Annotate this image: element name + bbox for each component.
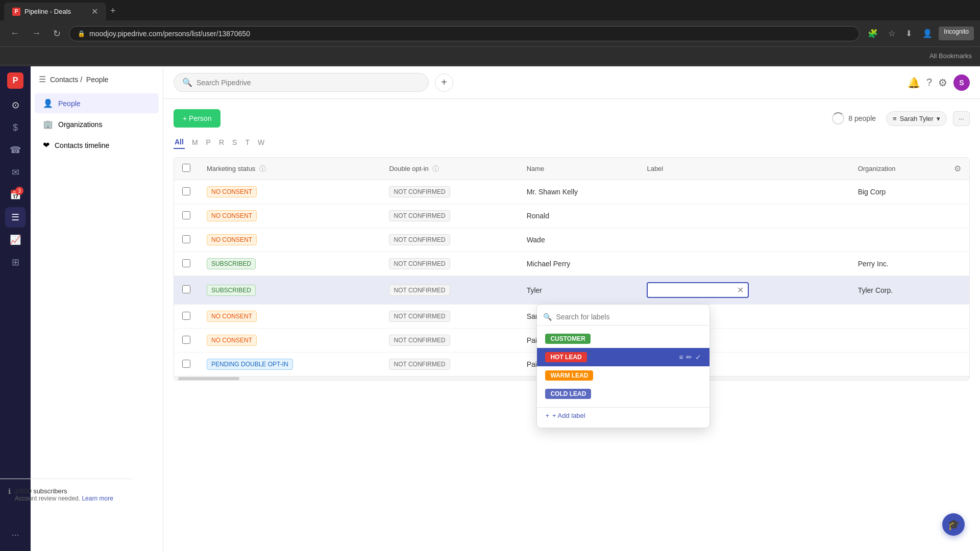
add-person-button[interactable]: + Person bbox=[174, 109, 220, 128]
sidebar-footer: ℹ 2/500 subscribers Account review neede… bbox=[0, 479, 133, 510]
rail-deals-icon[interactable]: $ bbox=[5, 117, 26, 138]
add-label-text: + Add label bbox=[552, 412, 585, 419]
optin-badge: NOT CONFIRMED bbox=[389, 285, 450, 296]
extensions-button[interactable]: 🧩 bbox=[864, 27, 882, 40]
chevron-down-icon: ▾ bbox=[937, 115, 940, 122]
rail-puzzle-icon[interactable]: ⊞ bbox=[5, 252, 26, 272]
bookmarks-bar: All Bookmarks bbox=[0, 47, 980, 65]
alpha-s[interactable]: S bbox=[231, 136, 238, 148]
optin-badge: NOT CONFIRMED bbox=[389, 335, 450, 346]
main-content: 🔍 + 🔔 ? ⚙ S + Person 8 people bbox=[163, 66, 980, 551]
learn-more-link[interactable]: Learn more bbox=[82, 495, 113, 502]
sidebar-item-people[interactable]: 👤 People bbox=[35, 93, 159, 113]
col-marketing-status: Marketing status ⓘ bbox=[199, 158, 381, 180]
avatar[interactable]: S bbox=[953, 74, 970, 91]
help-circle-button[interactable]: 🎓 bbox=[942, 513, 965, 536]
row-checkbox[interactable] bbox=[182, 235, 190, 243]
add-button[interactable]: + bbox=[435, 73, 453, 92]
sidebar-item-organizations[interactable]: 🏢 Organizations bbox=[35, 114, 159, 134]
row-checkbox[interactable] bbox=[182, 336, 190, 344]
alpha-m[interactable]: M bbox=[191, 136, 199, 148]
select-all-checkbox[interactable] bbox=[182, 164, 190, 172]
people-table: Marketing status ⓘ Double opt-in ⓘ Name … bbox=[174, 158, 969, 376]
add-label-button[interactable]: + + Add label bbox=[545, 412, 701, 419]
optin-badge: NOT CONFIRMED bbox=[389, 210, 450, 221]
marketing-status-badge: NO CONSENT bbox=[207, 186, 257, 197]
marketing-status-badge: NO CONSENT bbox=[207, 210, 257, 221]
filter-button[interactable]: ≡ Sarah Tyler ▾ bbox=[886, 111, 947, 126]
marketing-status-badge: SUBSCRIBED bbox=[207, 258, 256, 269]
help-icon[interactable]: ? bbox=[926, 77, 932, 88]
alpha-w[interactable]: W bbox=[257, 136, 265, 148]
row-checkbox[interactable] bbox=[182, 187, 190, 195]
alpha-all[interactable]: All bbox=[174, 136, 185, 149]
rail-more-icon[interactable]: ··· bbox=[5, 524, 26, 545]
label-clear-button[interactable]: ✕ bbox=[737, 285, 744, 295]
tab-close-button[interactable]: ✕ bbox=[91, 7, 98, 16]
check-icon[interactable]: ✓ bbox=[695, 353, 701, 361]
rail-list-icon[interactable]: ☰ bbox=[5, 207, 26, 228]
rail-chart-icon[interactable]: 📈 bbox=[5, 230, 26, 250]
forward-button[interactable]: → bbox=[28, 26, 45, 41]
row-checkbox[interactable] bbox=[182, 360, 190, 368]
scrollbar-thumb[interactable] bbox=[178, 377, 239, 380]
edit-icon[interactable]: ✏ bbox=[686, 353, 692, 361]
reload-button[interactable]: ↻ bbox=[49, 26, 65, 41]
cold-lead-label-tag: COLD LEAD bbox=[545, 389, 591, 399]
label-input-box[interactable]: ✕ bbox=[647, 282, 749, 298]
rail-home-icon[interactable]: ⊙ bbox=[5, 95, 26, 115]
add-person-label: + Person bbox=[183, 114, 211, 122]
dropdown-item-hot-lead[interactable]: HOT LEAD ≡ ✏ ✓ bbox=[537, 348, 709, 366]
address-bar[interactable]: 🔒 moodjoy.pipedrive.com/persons/list/use… bbox=[69, 26, 860, 41]
sidebar-item-contacts-timeline[interactable]: ❤ Contacts timeline bbox=[35, 135, 159, 155]
label-cell bbox=[639, 204, 849, 228]
marketing-status-badge: PENDING DOUBLE OPT-IN bbox=[207, 359, 293, 370]
alpha-t[interactable]: T bbox=[244, 136, 251, 148]
marketing-status-badge: NO CONSENT bbox=[207, 311, 257, 322]
reorder-icon[interactable]: ≡ bbox=[679, 353, 683, 361]
warm-lead-label-tag: WARM LEAD bbox=[545, 370, 593, 381]
sidebar-menu-icon[interactable]: ☰ bbox=[39, 74, 46, 84]
column-settings-icon[interactable]: ⚙ bbox=[954, 164, 961, 173]
more-options-button[interactable]: ··· bbox=[953, 111, 970, 126]
active-tab[interactable]: P Pipeline - Deals ✕ bbox=[4, 3, 106, 20]
bookmark-button[interactable]: ☆ bbox=[884, 27, 899, 40]
filter-icon: ≡ bbox=[893, 115, 897, 122]
rail-calendar-icon[interactable]: 📅 3 bbox=[5, 185, 26, 205]
download-button[interactable]: ⬇ bbox=[901, 27, 916, 40]
alpha-r[interactable]: R bbox=[218, 136, 225, 148]
col-double-optin: Double opt-in ⓘ bbox=[381, 158, 518, 180]
org-cell: Tyler Corp. bbox=[850, 276, 946, 305]
org-cell bbox=[850, 228, 946, 252]
rail-mail-icon[interactable]: ✉ bbox=[5, 162, 26, 183]
info-icon: ⓘ bbox=[259, 165, 266, 172]
table-row: NO CONSENT NOT CONFIRMED Ronald bbox=[174, 204, 969, 228]
dropdown-item-customer[interactable]: CUSTOMER bbox=[537, 330, 709, 348]
org-cell: Perry Inc. bbox=[850, 252, 946, 276]
app-logo[interactable]: P bbox=[7, 72, 23, 89]
alpha-p[interactable]: P bbox=[205, 136, 212, 148]
table-row: NO CONSENT NOT CONFIRMED Mr. Shawn Kelly… bbox=[174, 180, 969, 204]
search-input[interactable] bbox=[197, 79, 420, 87]
settings-icon[interactable]: ⚙ bbox=[938, 77, 947, 89]
subscriber-count: 2/500 subscribers bbox=[15, 487, 113, 495]
profile-button[interactable]: 👤 bbox=[918, 27, 937, 40]
back-button[interactable]: ← bbox=[6, 26, 23, 41]
org-cell bbox=[850, 329, 946, 353]
row-checkbox[interactable] bbox=[182, 259, 190, 267]
row-checkbox[interactable] bbox=[182, 285, 190, 293]
url-text: moodjoy.pipedrive.com/persons/list/user/… bbox=[89, 30, 250, 38]
review-text: Account review needed. Learn more bbox=[15, 495, 113, 502]
row-checkbox[interactable] bbox=[182, 312, 190, 320]
info-icon: ℹ bbox=[8, 487, 11, 502]
dropdown-item-warm-lead[interactable]: WARM LEAD bbox=[537, 366, 709, 385]
tab-title: Pipeline - Deals bbox=[24, 8, 71, 15]
row-checkbox[interactable] bbox=[182, 211, 190, 219]
rail-phone-icon[interactable]: ☎ bbox=[5, 140, 26, 160]
dropdown-search-input[interactable] bbox=[556, 313, 703, 321]
org-cell bbox=[850, 305, 946, 329]
dropdown-item-cold-lead[interactable]: COLD LEAD bbox=[537, 385, 709, 403]
notification-icon[interactable]: 🔔 bbox=[908, 77, 920, 89]
search-bar[interactable]: 🔍 bbox=[174, 73, 429, 92]
new-tab-button[interactable]: + bbox=[106, 2, 120, 20]
